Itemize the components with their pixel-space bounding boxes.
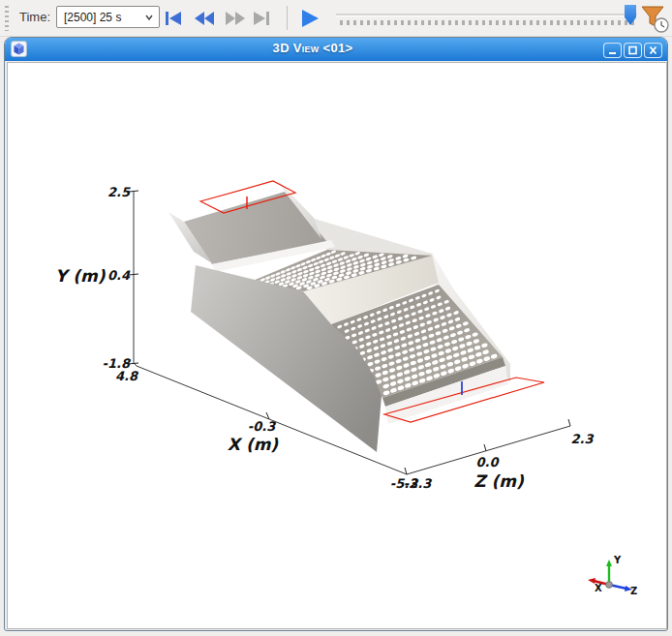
svg-text:-0.3: -0.3 [248,419,276,434]
time-step-value: [2500] 25 s [64,11,121,24]
triad-y-label: Y [613,555,622,565]
svg-text:2.3: 2.3 [570,432,594,446]
x-axis-label: X (m) [228,435,280,454]
svg-text:4.8: 4.8 [115,369,139,383]
time-toolbar: Time: [2500] 25 s [0,0,672,37]
3d-scene: 2.5 0.4 -1.8 Y (m) 4.8 -0.3 X (m) -5.3 -… [8,63,666,628]
3d-view-window: 3D View <01> [4,37,668,631]
play-button[interactable] [296,7,321,30]
svg-text:-2.3: -2.3 [404,476,432,491]
svg-text:0.0: 0.0 [475,455,500,469]
svg-text:0.4: 0.4 [107,268,131,283]
3d-viewport[interactable]: 2.5 0.4 -1.8 Y (m) 4.8 -0.3 X (m) -5.3 -… [7,62,667,629]
screen-machine [168,179,510,452]
close-button[interactable] [644,43,662,58]
time-filter-icon[interactable] [639,3,670,34]
triad-z-label: Z [630,586,637,596]
time-slider-track[interactable] [336,14,637,16]
toolbar-grip[interactable] [5,6,9,31]
z-axis-label: Z (m) [473,471,525,491]
toolbar-separator [287,6,288,30]
time-step-dropdown[interactable]: [2500] 25 s [56,6,160,28]
maximize-button[interactable] [624,43,642,58]
titlebar[interactable]: 3D View <01> [5,38,667,61]
skip-to-start-button[interactable] [161,7,186,30]
chute-plate [184,192,327,264]
y-axis-label: Y (m) [55,266,107,286]
time-slider-ticks [340,20,635,25]
skip-to-end-button[interactable] [250,7,275,30]
minimize-button[interactable] [603,43,622,58]
chevron-down-icon [145,15,153,20]
window-cube-icon [11,41,27,57]
time-label: Time: [19,10,50,24]
fast-forward-button[interactable] [223,7,248,30]
svg-text:2.5: 2.5 [107,185,131,199]
triad-x-label: X [595,583,602,593]
orientation-triad: Y Z X [588,555,637,596]
rewind-button[interactable] [192,7,217,30]
window-title: 3D View <01> [28,41,597,55]
